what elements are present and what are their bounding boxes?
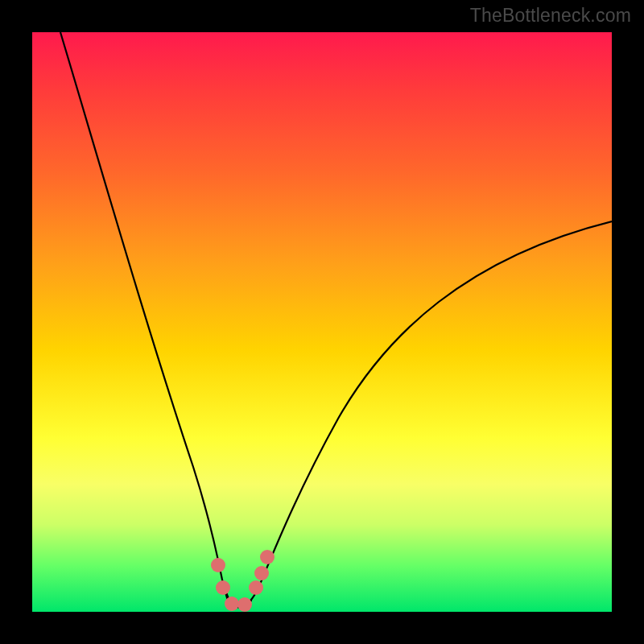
svg-point-4 bbox=[249, 580, 263, 595]
watermark-text: TheBottleneck.com bbox=[470, 5, 631, 27]
svg-point-2 bbox=[225, 597, 239, 611]
svg-point-6 bbox=[260, 550, 275, 564]
svg-point-3 bbox=[237, 597, 252, 612]
svg-point-0 bbox=[211, 558, 225, 572]
curve-markers bbox=[211, 550, 275, 612]
svg-point-1 bbox=[216, 580, 230, 595]
bottleneck-curve bbox=[32, 32, 612, 612]
chart-frame: TheBottleneck.com bbox=[0, 0, 644, 644]
svg-point-5 bbox=[254, 566, 269, 580]
curve-path bbox=[60, 32, 612, 607]
plot-area bbox=[32, 32, 612, 612]
